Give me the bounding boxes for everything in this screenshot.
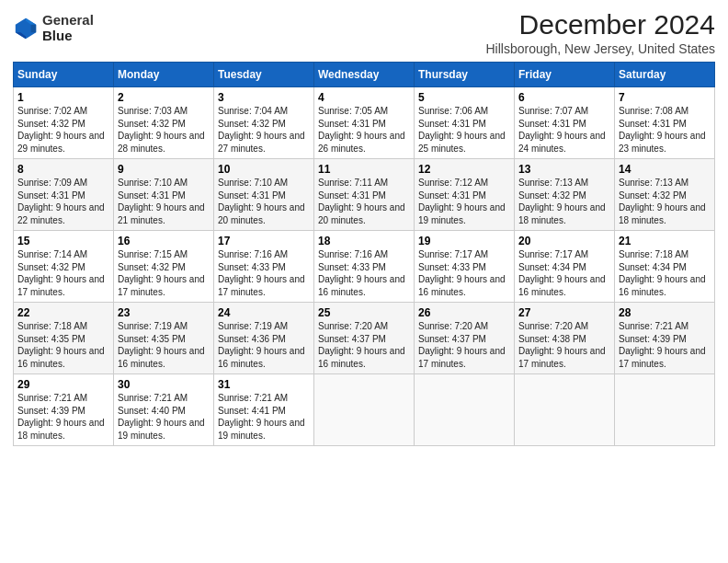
main-title: December 2024 bbox=[485, 9, 715, 40]
day-info: Sunrise: 7:08 AMSunset: 4:31 PMDaylight:… bbox=[619, 105, 711, 155]
weekday-header-row: SundayMondayTuesdayWednesdayThursdayFrid… bbox=[14, 63, 715, 87]
day-number: 4 bbox=[318, 91, 410, 104]
day-number: 28 bbox=[619, 306, 711, 319]
calendar-week-row: 15Sunrise: 7:14 AMSunset: 4:32 PMDayligh… bbox=[14, 231, 715, 303]
day-number: 1 bbox=[17, 91, 109, 104]
day-number: 9 bbox=[118, 163, 210, 176]
day-info: Sunrise: 7:05 AMSunset: 4:31 PMDaylight:… bbox=[318, 105, 410, 155]
day-info: Sunrise: 7:16 AMSunset: 4:33 PMDaylight:… bbox=[218, 248, 310, 298]
calendar-cell: 31Sunrise: 7:21 AMSunset: 4:41 PMDayligh… bbox=[214, 374, 314, 446]
day-info: Sunrise: 7:13 AMSunset: 4:32 PMDaylight:… bbox=[518, 177, 610, 226]
header: General Blue December 2024 Hillsborough,… bbox=[13, 9, 715, 56]
calendar-cell: 1Sunrise: 7:02 AMSunset: 4:32 PMDaylight… bbox=[14, 87, 114, 159]
day-info: Sunrise: 7:18 AMSunset: 4:35 PMDaylight:… bbox=[17, 320, 109, 370]
day-number: 2 bbox=[118, 91, 210, 104]
logo-icon bbox=[13, 16, 39, 41]
weekday-header-saturday: Saturday bbox=[615, 63, 715, 87]
calendar-cell: 10Sunrise: 7:10 AMSunset: 4:31 PMDayligh… bbox=[214, 159, 314, 231]
day-info: Sunrise: 7:16 AMSunset: 4:33 PMDaylight:… bbox=[318, 248, 410, 298]
calendar-cell: 22Sunrise: 7:18 AMSunset: 4:35 PMDayligh… bbox=[14, 303, 114, 374]
calendar-cell: 9Sunrise: 7:10 AMSunset: 4:31 PMDaylight… bbox=[114, 159, 214, 231]
calendar-cell: 15Sunrise: 7:14 AMSunset: 4:32 PMDayligh… bbox=[14, 231, 114, 303]
weekday-header-friday: Friday bbox=[515, 63, 615, 87]
calendar-cell: 29Sunrise: 7:21 AMSunset: 4:39 PMDayligh… bbox=[14, 374, 114, 446]
day-number: 17 bbox=[218, 235, 310, 247]
day-number: 15 bbox=[17, 235, 109, 247]
calendar-table: SundayMondayTuesdayWednesdayThursdayFrid… bbox=[13, 62, 715, 446]
day-number: 27 bbox=[518, 306, 610, 319]
logo-line2: Blue bbox=[42, 29, 94, 44]
calendar-cell bbox=[314, 374, 415, 446]
calendar-cell: 18Sunrise: 7:16 AMSunset: 4:33 PMDayligh… bbox=[314, 231, 415, 303]
calendar-cell: 27Sunrise: 7:20 AMSunset: 4:38 PMDayligh… bbox=[515, 303, 615, 374]
day-info: Sunrise: 7:03 AMSunset: 4:32 PMDaylight:… bbox=[118, 105, 210, 155]
day-info: Sunrise: 7:18 AMSunset: 4:34 PMDaylight:… bbox=[619, 248, 711, 298]
day-info: Sunrise: 7:15 AMSunset: 4:32 PMDaylight:… bbox=[118, 248, 210, 298]
calendar-cell: 17Sunrise: 7:16 AMSunset: 4:33 PMDayligh… bbox=[214, 231, 314, 303]
day-number: 21 bbox=[619, 235, 711, 247]
day-info: Sunrise: 7:10 AMSunset: 4:31 PMDaylight:… bbox=[218, 177, 310, 226]
day-number: 24 bbox=[218, 306, 310, 319]
day-info: Sunrise: 7:20 AMSunset: 4:37 PMDaylight:… bbox=[318, 320, 410, 370]
logo: General Blue bbox=[13, 13, 94, 43]
day-info: Sunrise: 7:20 AMSunset: 4:38 PMDaylight:… bbox=[518, 320, 610, 370]
day-number: 10 bbox=[218, 163, 310, 176]
day-info: Sunrise: 7:21 AMSunset: 4:41 PMDaylight:… bbox=[218, 392, 310, 442]
day-number: 11 bbox=[318, 163, 410, 176]
calendar-cell: 28Sunrise: 7:21 AMSunset: 4:39 PMDayligh… bbox=[615, 303, 715, 374]
calendar-cell: 16Sunrise: 7:15 AMSunset: 4:32 PMDayligh… bbox=[114, 231, 214, 303]
calendar-cell: 23Sunrise: 7:19 AMSunset: 4:35 PMDayligh… bbox=[114, 303, 214, 374]
day-info: Sunrise: 7:09 AMSunset: 4:31 PMDaylight:… bbox=[17, 177, 109, 226]
day-info: Sunrise: 7:20 AMSunset: 4:37 PMDaylight:… bbox=[418, 320, 510, 370]
day-number: 16 bbox=[118, 235, 210, 247]
day-number: 22 bbox=[17, 306, 109, 319]
weekday-header-wednesday: Wednesday bbox=[314, 63, 415, 87]
day-info: Sunrise: 7:19 AMSunset: 4:35 PMDaylight:… bbox=[118, 320, 210, 370]
day-number: 8 bbox=[17, 163, 109, 176]
weekday-header-monday: Monday bbox=[114, 63, 214, 87]
day-info: Sunrise: 7:12 AMSunset: 4:31 PMDaylight:… bbox=[418, 177, 510, 226]
calendar-cell: 24Sunrise: 7:19 AMSunset: 4:36 PMDayligh… bbox=[214, 303, 314, 374]
calendar-week-row: 22Sunrise: 7:18 AMSunset: 4:35 PMDayligh… bbox=[14, 303, 715, 374]
day-number: 6 bbox=[518, 91, 610, 104]
day-number: 25 bbox=[318, 306, 410, 319]
subtitle: Hillsborough, New Jersey, United States bbox=[485, 41, 715, 56]
day-info: Sunrise: 7:21 AMSunset: 4:39 PMDaylight:… bbox=[17, 392, 109, 442]
day-info: Sunrise: 7:04 AMSunset: 4:32 PMDaylight:… bbox=[218, 105, 310, 155]
weekday-header-tuesday: Tuesday bbox=[214, 63, 314, 87]
calendar-week-row: 29Sunrise: 7:21 AMSunset: 4:39 PMDayligh… bbox=[14, 374, 715, 446]
weekday-header-sunday: Sunday bbox=[14, 63, 114, 87]
calendar-cell: 6Sunrise: 7:07 AMSunset: 4:31 PMDaylight… bbox=[515, 87, 615, 159]
day-info: Sunrise: 7:10 AMSunset: 4:31 PMDaylight:… bbox=[118, 177, 210, 226]
svg-marker-3 bbox=[31, 24, 37, 31]
calendar-cell: 11Sunrise: 7:11 AMSunset: 4:31 PMDayligh… bbox=[314, 159, 415, 231]
calendar-cell: 13Sunrise: 7:13 AMSunset: 4:32 PMDayligh… bbox=[515, 159, 615, 231]
logo-line1: General bbox=[42, 13, 94, 29]
calendar-cell: 30Sunrise: 7:21 AMSunset: 4:40 PMDayligh… bbox=[114, 374, 214, 446]
day-number: 23 bbox=[118, 306, 210, 319]
calendar-body: 1Sunrise: 7:02 AMSunset: 4:32 PMDaylight… bbox=[14, 87, 715, 446]
day-number: 29 bbox=[17, 378, 109, 391]
calendar-cell: 8Sunrise: 7:09 AMSunset: 4:31 PMDaylight… bbox=[14, 159, 114, 231]
day-number: 19 bbox=[418, 235, 510, 247]
calendar-cell bbox=[415, 374, 515, 446]
calendar-cell: 5Sunrise: 7:06 AMSunset: 4:31 PMDaylight… bbox=[415, 87, 515, 159]
logo-text: General Blue bbox=[42, 13, 94, 43]
day-info: Sunrise: 7:14 AMSunset: 4:32 PMDaylight:… bbox=[17, 248, 109, 298]
day-number: 3 bbox=[218, 91, 310, 104]
calendar-cell: 21Sunrise: 7:18 AMSunset: 4:34 PMDayligh… bbox=[615, 231, 715, 303]
calendar-cell bbox=[515, 374, 615, 446]
day-info: Sunrise: 7:02 AMSunset: 4:32 PMDaylight:… bbox=[17, 105, 109, 155]
day-number: 26 bbox=[418, 306, 510, 319]
day-number: 7 bbox=[619, 91, 711, 104]
day-info: Sunrise: 7:07 AMSunset: 4:31 PMDaylight:… bbox=[518, 105, 610, 155]
day-info: Sunrise: 7:17 AMSunset: 4:33 PMDaylight:… bbox=[418, 248, 510, 298]
day-info: Sunrise: 7:17 AMSunset: 4:34 PMDaylight:… bbox=[518, 248, 610, 298]
calendar-cell: 2Sunrise: 7:03 AMSunset: 4:32 PMDaylight… bbox=[114, 87, 214, 159]
day-info: Sunrise: 7:13 AMSunset: 4:32 PMDaylight:… bbox=[619, 177, 711, 226]
calendar-cell: 26Sunrise: 7:20 AMSunset: 4:37 PMDayligh… bbox=[415, 303, 515, 374]
day-info: Sunrise: 7:21 AMSunset: 4:40 PMDaylight:… bbox=[118, 392, 210, 442]
page-container: General Blue December 2024 Hillsborough,… bbox=[0, 0, 728, 454]
calendar-cell: 25Sunrise: 7:20 AMSunset: 4:37 PMDayligh… bbox=[314, 303, 415, 374]
day-info: Sunrise: 7:06 AMSunset: 4:31 PMDaylight:… bbox=[418, 105, 510, 155]
